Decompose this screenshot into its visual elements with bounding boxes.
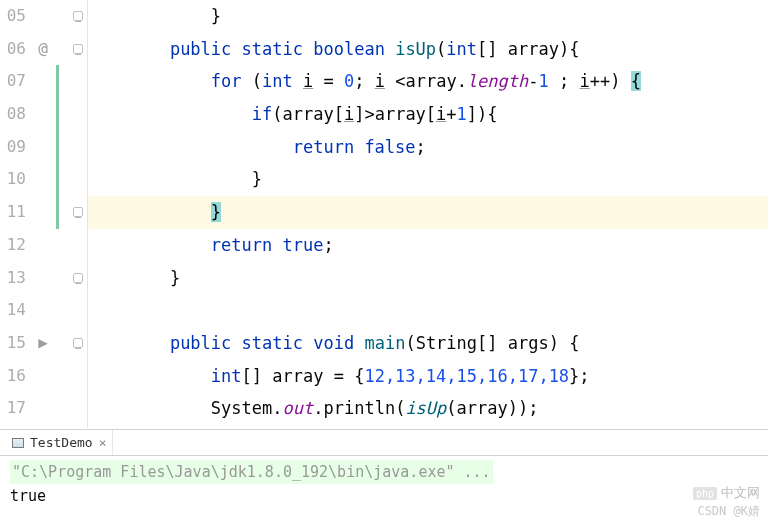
code-line[interactable]: } (88, 196, 768, 229)
line-number-gutter: 05 06 07 08 09 10 11 12 13 14 15 16 17 (0, 0, 30, 428)
code-line[interactable]: } (88, 262, 768, 295)
line-number: 13 (0, 262, 26, 295)
vcs-change-marker (56, 131, 59, 164)
fold-icon[interactable] (73, 44, 83, 54)
code-area[interactable]: } public static boolean isUp(int[] array… (88, 0, 768, 428)
code-line[interactable]: } (88, 0, 768, 33)
annotation-gutter: @ ▶ (30, 0, 56, 428)
run-gutter-icon[interactable]: ▶ (30, 327, 56, 360)
vcs-gutter (56, 0, 68, 428)
line-number: 09 (0, 131, 26, 164)
line-number: 05 (0, 0, 26, 33)
fold-gutter (68, 0, 88, 428)
code-line[interactable]: } (88, 163, 768, 196)
code-line[interactable]: public static boolean isUp(int[] array){ (88, 33, 768, 66)
vcs-change-marker (56, 98, 59, 131)
line-number: 12 (0, 229, 26, 262)
fold-icon[interactable] (73, 11, 83, 21)
run-tab[interactable]: TestDemo × (6, 430, 113, 455)
console-stdout: true (10, 487, 46, 505)
run-tab-label: TestDemo (30, 435, 93, 450)
code-line[interactable]: public static void main(String[] args) { (88, 327, 768, 360)
watermark-logo: php (693, 487, 717, 500)
fold-icon[interactable] (73, 207, 83, 217)
vcs-change-marker (56, 163, 59, 196)
line-number: 11 (0, 196, 26, 229)
line-number: 10 (0, 163, 26, 196)
line-number: 14 (0, 294, 26, 327)
line-number: 08 (0, 98, 26, 131)
code-line[interactable]: return true; (88, 229, 768, 262)
code-editor[interactable]: 05 06 07 08 09 10 11 12 13 14 15 16 17 @… (0, 0, 768, 428)
vcs-change-marker (56, 196, 59, 229)
csdn-watermark: CSDN @K婧 (697, 503, 760, 520)
code-line[interactable]: return false; (88, 131, 768, 164)
line-number: 15 (0, 327, 26, 360)
fold-icon[interactable] (73, 273, 83, 283)
console-output[interactable]: "C:\Program Files\Java\jdk1.8.0_192\bin\… (0, 456, 768, 512)
run-tool-window[interactable]: TestDemo × "C:\Program Files\Java\jdk1.8… (0, 429, 768, 526)
watermark: php 中文网 (693, 484, 760, 502)
line-number: 06 (0, 33, 26, 66)
close-icon[interactable]: × (99, 435, 107, 450)
code-line[interactable] (88, 294, 768, 327)
fold-icon[interactable] (73, 338, 83, 348)
override-icon[interactable]: @ (30, 33, 56, 66)
watermark-text: 中文网 (721, 484, 760, 502)
console-command: "C:\Program Files\Java\jdk1.8.0_192\bin\… (10, 460, 493, 484)
run-tabs: TestDemo × (0, 430, 768, 456)
vcs-change-marker (56, 65, 59, 98)
line-number: 17 (0, 392, 26, 425)
run-config-icon (12, 438, 24, 448)
code-line[interactable]: System.out.println(isUp(array)); (88, 392, 768, 425)
code-line[interactable]: int[] array = {12,13,14,15,16,17,18}; (88, 360, 768, 393)
code-line[interactable]: if(array[i]>array[i+1]){ (88, 98, 768, 131)
line-number: 07 (0, 65, 26, 98)
code-line[interactable]: for (int i = 0; i <array.length-1 ; i++)… (88, 65, 768, 98)
line-number: 16 (0, 360, 26, 393)
